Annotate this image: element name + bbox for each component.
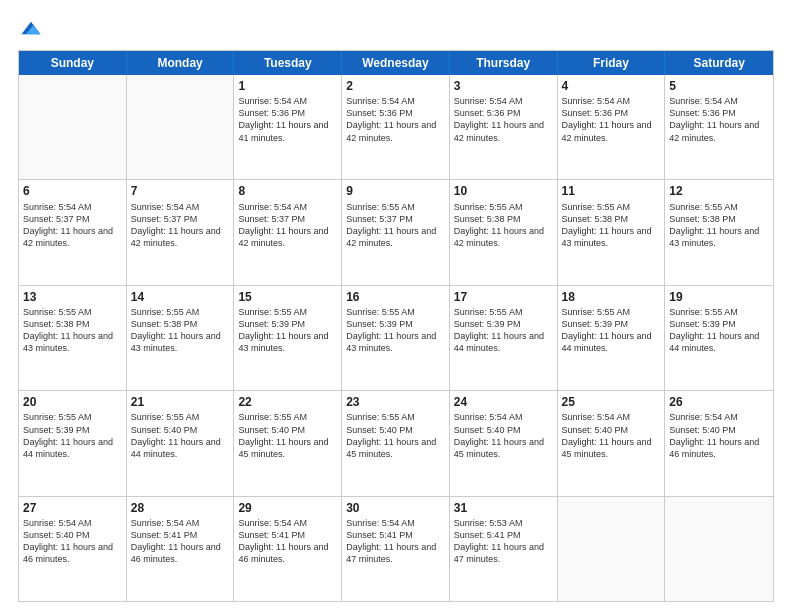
day-cell-25: 25Sunrise: 5:54 AM Sunset: 5:40 PM Dayli… [558,391,666,495]
day-number: 29 [238,500,337,516]
cell-info: Sunrise: 5:55 AM Sunset: 5:38 PM Dayligh… [23,306,122,355]
day-cell-4: 4Sunrise: 5:54 AM Sunset: 5:36 PM Daylig… [558,75,666,179]
cell-info: Sunrise: 5:55 AM Sunset: 5:40 PM Dayligh… [238,411,337,460]
cell-info: Sunrise: 5:54 AM Sunset: 5:36 PM Dayligh… [669,95,769,144]
logo-text [18,18,42,40]
day-cell-14: 14Sunrise: 5:55 AM Sunset: 5:38 PM Dayli… [127,286,235,390]
day-cell-10: 10Sunrise: 5:55 AM Sunset: 5:38 PM Dayli… [450,180,558,284]
day-cell-15: 15Sunrise: 5:55 AM Sunset: 5:39 PM Dayli… [234,286,342,390]
cell-info: Sunrise: 5:55 AM Sunset: 5:39 PM Dayligh… [562,306,661,355]
cell-info: Sunrise: 5:54 AM Sunset: 5:40 PM Dayligh… [562,411,661,460]
cell-info: Sunrise: 5:54 AM Sunset: 5:41 PM Dayligh… [238,517,337,566]
day-number: 28 [131,500,230,516]
column-header-thursday: Thursday [450,51,558,75]
day-cell-21: 21Sunrise: 5:55 AM Sunset: 5:40 PM Dayli… [127,391,235,495]
calendar-header: SundayMondayTuesdayWednesdayThursdayFrid… [19,51,773,75]
day-number: 3 [454,78,553,94]
day-number: 10 [454,183,553,199]
day-cell-30: 30Sunrise: 5:54 AM Sunset: 5:41 PM Dayli… [342,497,450,601]
cell-info: Sunrise: 5:54 AM Sunset: 5:37 PM Dayligh… [131,201,230,250]
column-header-saturday: Saturday [665,51,773,75]
day-cell-5: 5Sunrise: 5:54 AM Sunset: 5:36 PM Daylig… [665,75,773,179]
day-number: 12 [669,183,769,199]
cell-info: Sunrise: 5:54 AM Sunset: 5:36 PM Dayligh… [238,95,337,144]
day-cell-9: 9Sunrise: 5:55 AM Sunset: 5:37 PM Daylig… [342,180,450,284]
day-cell-29: 29Sunrise: 5:54 AM Sunset: 5:41 PM Dayli… [234,497,342,601]
empty-cell-0-0 [19,75,127,179]
cell-info: Sunrise: 5:54 AM Sunset: 5:41 PM Dayligh… [346,517,445,566]
day-number: 30 [346,500,445,516]
day-cell-23: 23Sunrise: 5:55 AM Sunset: 5:40 PM Dayli… [342,391,450,495]
day-number: 11 [562,183,661,199]
day-cell-1: 1Sunrise: 5:54 AM Sunset: 5:36 PM Daylig… [234,75,342,179]
cell-info: Sunrise: 5:55 AM Sunset: 5:38 PM Dayligh… [669,201,769,250]
day-number: 13 [23,289,122,305]
day-number: 2 [346,78,445,94]
cell-info: Sunrise: 5:55 AM Sunset: 5:40 PM Dayligh… [131,411,230,460]
cell-info: Sunrise: 5:55 AM Sunset: 5:39 PM Dayligh… [454,306,553,355]
cell-info: Sunrise: 5:54 AM Sunset: 5:36 PM Dayligh… [562,95,661,144]
day-cell-6: 6Sunrise: 5:54 AM Sunset: 5:37 PM Daylig… [19,180,127,284]
day-cell-31: 31Sunrise: 5:53 AM Sunset: 5:41 PM Dayli… [450,497,558,601]
calendar: SundayMondayTuesdayWednesdayThursdayFrid… [18,50,774,602]
day-cell-17: 17Sunrise: 5:55 AM Sunset: 5:39 PM Dayli… [450,286,558,390]
day-cell-27: 27Sunrise: 5:54 AM Sunset: 5:40 PM Dayli… [19,497,127,601]
column-header-wednesday: Wednesday [342,51,450,75]
cell-info: Sunrise: 5:55 AM Sunset: 5:38 PM Dayligh… [562,201,661,250]
cell-info: Sunrise: 5:54 AM Sunset: 5:36 PM Dayligh… [454,95,553,144]
day-number: 20 [23,394,122,410]
day-cell-8: 8Sunrise: 5:54 AM Sunset: 5:37 PM Daylig… [234,180,342,284]
day-cell-13: 13Sunrise: 5:55 AM Sunset: 5:38 PM Dayli… [19,286,127,390]
day-cell-24: 24Sunrise: 5:54 AM Sunset: 5:40 PM Dayli… [450,391,558,495]
day-number: 7 [131,183,230,199]
cell-info: Sunrise: 5:55 AM Sunset: 5:39 PM Dayligh… [238,306,337,355]
day-number: 6 [23,183,122,199]
cell-info: Sunrise: 5:54 AM Sunset: 5:37 PM Dayligh… [23,201,122,250]
day-number: 16 [346,289,445,305]
empty-cell-4-6 [665,497,773,601]
day-cell-3: 3Sunrise: 5:54 AM Sunset: 5:36 PM Daylig… [450,75,558,179]
day-cell-28: 28Sunrise: 5:54 AM Sunset: 5:41 PM Dayli… [127,497,235,601]
header [18,18,774,40]
calendar-body: 1Sunrise: 5:54 AM Sunset: 5:36 PM Daylig… [19,75,773,601]
day-number: 17 [454,289,553,305]
day-cell-16: 16Sunrise: 5:55 AM Sunset: 5:39 PM Dayli… [342,286,450,390]
calendar-row-4: 20Sunrise: 5:55 AM Sunset: 5:39 PM Dayli… [19,390,773,495]
day-number: 14 [131,289,230,305]
cell-info: Sunrise: 5:55 AM Sunset: 5:37 PM Dayligh… [346,201,445,250]
day-number: 23 [346,394,445,410]
day-number: 4 [562,78,661,94]
day-number: 8 [238,183,337,199]
column-header-sunday: Sunday [19,51,127,75]
day-number: 24 [454,394,553,410]
day-number: 19 [669,289,769,305]
day-cell-11: 11Sunrise: 5:55 AM Sunset: 5:38 PM Dayli… [558,180,666,284]
day-cell-18: 18Sunrise: 5:55 AM Sunset: 5:39 PM Dayli… [558,286,666,390]
cell-info: Sunrise: 5:54 AM Sunset: 5:36 PM Dayligh… [346,95,445,144]
day-cell-12: 12Sunrise: 5:55 AM Sunset: 5:38 PM Dayli… [665,180,773,284]
column-header-tuesday: Tuesday [234,51,342,75]
cell-info: Sunrise: 5:55 AM Sunset: 5:39 PM Dayligh… [346,306,445,355]
cell-info: Sunrise: 5:54 AM Sunset: 5:37 PM Dayligh… [238,201,337,250]
cell-info: Sunrise: 5:55 AM Sunset: 5:38 PM Dayligh… [131,306,230,355]
day-number: 27 [23,500,122,516]
cell-info: Sunrise: 5:54 AM Sunset: 5:40 PM Dayligh… [454,411,553,460]
day-number: 21 [131,394,230,410]
day-number: 25 [562,394,661,410]
cell-info: Sunrise: 5:55 AM Sunset: 5:40 PM Dayligh… [346,411,445,460]
day-cell-20: 20Sunrise: 5:55 AM Sunset: 5:39 PM Dayli… [19,391,127,495]
cell-info: Sunrise: 5:54 AM Sunset: 5:40 PM Dayligh… [23,517,122,566]
logo [18,18,42,40]
day-cell-19: 19Sunrise: 5:55 AM Sunset: 5:39 PM Dayli… [665,286,773,390]
calendar-row-5: 27Sunrise: 5:54 AM Sunset: 5:40 PM Dayli… [19,496,773,601]
day-number: 9 [346,183,445,199]
day-number: 18 [562,289,661,305]
cell-info: Sunrise: 5:54 AM Sunset: 5:41 PM Dayligh… [131,517,230,566]
day-number: 5 [669,78,769,94]
logo-icon [20,18,42,40]
cell-info: Sunrise: 5:53 AM Sunset: 5:41 PM Dayligh… [454,517,553,566]
day-number: 1 [238,78,337,94]
day-number: 31 [454,500,553,516]
day-cell-22: 22Sunrise: 5:55 AM Sunset: 5:40 PM Dayli… [234,391,342,495]
day-cell-7: 7Sunrise: 5:54 AM Sunset: 5:37 PM Daylig… [127,180,235,284]
